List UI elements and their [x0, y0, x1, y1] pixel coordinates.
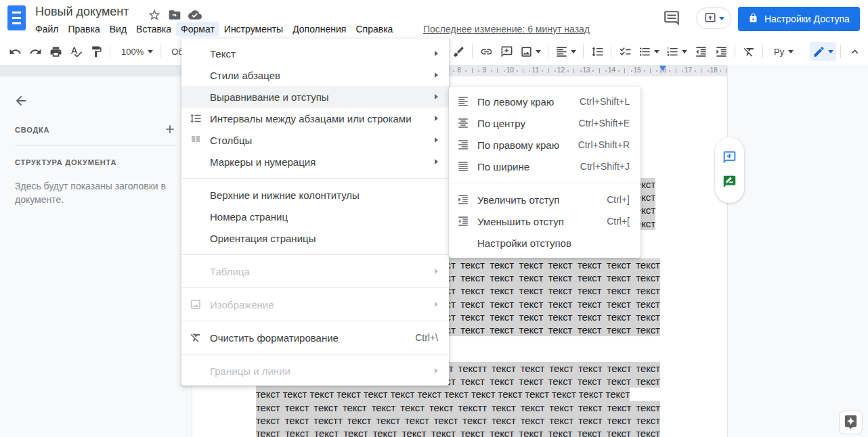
decrease-indent-button[interactable] [691, 42, 710, 61]
plus-icon [163, 122, 177, 138]
menu-item-right [427, 72, 438, 78]
chevron-down-icon [571, 50, 576, 53]
menubar-item-формат[interactable]: Формат [176, 22, 219, 37]
align-left-icon [449, 95, 477, 108]
ruler-indent-marker[interactable] [659, 66, 666, 71]
header: Новый документ ФайлПравкаВидВставкаФорма… [0, 0, 868, 39]
format-menu-item-0[interactable]: Текст [181, 43, 449, 64]
chevron-down-icon [828, 50, 833, 53]
paint-format-button[interactable] [87, 42, 106, 61]
menubar-item-правка[interactable]: Правка [63, 22, 104, 37]
spellcheck-button[interactable] [66, 42, 85, 61]
document-text-line[interactable]: текст текст текстт текст текст текст тек… [256, 414, 660, 427]
insert-link-button[interactable] [477, 42, 496, 61]
align-submenu-item-0[interactable]: По левому краюCtrl+Shift+L [449, 91, 641, 112]
document-title[interactable]: Новый документ [35, 5, 129, 19]
ruler-tick [478, 70, 479, 72]
ruler-tick [573, 68, 574, 73]
toolbar-separator [611, 45, 611, 58]
format-menu: ТекстСтили абзацевВыравнивание и отступы… [181, 39, 449, 386]
menu-item-label: Столбцы [210, 135, 252, 146]
clear-format-icon [181, 331, 210, 344]
format-menu-item-7[interactable]: Верхние и нижние колонтитулы [181, 184, 449, 206]
print-button[interactable] [46, 42, 65, 61]
format-menu-item-4[interactable]: Столбцы [181, 129, 449, 151]
increase-indent-button[interactable] [712, 42, 731, 61]
menubar-item-дополнения[interactable]: Дополнения [288, 22, 351, 37]
redo-button[interactable] [26, 42, 45, 61]
add-comment-button[interactable] [497, 42, 516, 61]
indent-decrease-icon [695, 45, 708, 58]
star-icon[interactable] [148, 8, 161, 22]
format-menu-item-8[interactable]: Номера страниц [181, 206, 449, 227]
chevron-up-icon [848, 45, 861, 58]
line-spacing-button[interactable] [588, 42, 607, 61]
numbered-list-button[interactable] [664, 42, 690, 61]
bulleted-list-button[interactable] [636, 42, 662, 61]
explore-button[interactable] [839, 411, 863, 434]
comments-history-icon[interactable] [662, 9, 681, 28]
toolbar-separator [840, 45, 841, 58]
present-icon [703, 11, 717, 26]
add-comment-icon [500, 45, 513, 58]
move-folder-icon[interactable] [168, 8, 181, 22]
menu-item-label: Интервалы между абзацами или строками [210, 113, 412, 124]
align-submenu-item-7[interactable]: Настройки отступов [449, 232, 641, 254]
ruler-tick [555, 70, 556, 72]
cloud-saved-icon[interactable] [188, 8, 202, 22]
toolbar-separator [110, 45, 110, 58]
align-submenu-item-1[interactable]: По центруCtrl+Shift+E [449, 112, 641, 134]
zoom-select[interactable]: 100% [114, 42, 156, 61]
format-menu-item-1[interactable]: Стили абзацев [181, 64, 449, 86]
add-summary-button[interactable] [162, 122, 177, 137]
misspelled-word[interactable]: текстт [313, 415, 342, 426]
align-center-icon [449, 117, 477, 129]
ruler-tick [599, 68, 600, 73]
close-outline-button[interactable] [11, 91, 31, 112]
menubar-item-инструменты[interactable]: Инструменты [219, 22, 288, 37]
menu-item-right [427, 51, 438, 56]
format-menu-item-5[interactable]: Маркеры и нумерация [181, 151, 449, 172]
ruler-tick [644, 70, 645, 72]
format-menu-item-3[interactable]: Интервалы между абзацами или строками [181, 108, 449, 129]
align-submenu-item-6[interactable]: Уменьшить отступCtrl+[ [449, 210, 641, 232]
format-menu-item-15[interactable]: Очистить форматированиеCtrl+\ [181, 327, 449, 348]
align-submenu-item-3[interactable]: По ширинеCtrl+Shift+J [449, 156, 641, 177]
ruler-number: 18 [710, 66, 717, 74]
editing-mode-select[interactable] [810, 42, 836, 61]
document-text-line[interactable]: текст текст текст текст текст текст текс… [256, 388, 630, 400]
undo-button[interactable] [5, 42, 24, 61]
add-comment-side-button[interactable] [722, 150, 738, 166]
collapse-toolbar-button[interactable] [845, 42, 864, 61]
align-select[interactable] [552, 42, 579, 61]
menubar-item-файл[interactable]: Файл [30, 22, 63, 37]
align-submenu-item-2[interactable]: По правому краюCtrl+Shift+R [449, 134, 641, 156]
present-button[interactable] [696, 7, 731, 29]
chevron-down-icon [682, 50, 687, 53]
align-submenu-item-5[interactable]: Увеличить отступCtrl+] [449, 189, 641, 210]
pen-tool-button[interactable] [449, 42, 468, 61]
menubar-item-справка[interactable]: Справка [351, 22, 397, 37]
suggest-edits-side-button[interactable] [722, 175, 738, 191]
submenu-arrow-icon [435, 368, 438, 373]
document-text-line[interactable]: текст текст текст текст текст текст текс… [256, 401, 660, 414]
format-menu-item-2[interactable]: Выравнивание и отступы [181, 86, 449, 108]
format-menu-item-9[interactable]: Ориентация страницы [181, 227, 449, 249]
insert-image-button[interactable] [517, 42, 544, 61]
clear-formatting-button[interactable] [739, 42, 758, 61]
title-actions [148, 8, 202, 22]
last-edit-link[interactable]: Последнее изменение: 6 минут назад [423, 24, 590, 34]
input-tools-select[interactable]: Ру [767, 42, 796, 61]
docs-logo[interactable] [7, 5, 26, 30]
document-text-line[interactable]: текст текст текст текст текст текст текс… [256, 427, 660, 437]
ruler-tick [624, 68, 625, 73]
share-settings-button[interactable]: Настройки Доступа [738, 7, 860, 31]
menubar-item-вставка[interactable]: Вставка [131, 22, 176, 37]
checklist-button[interactable] [615, 42, 634, 61]
input-tools-select-value: Ру [770, 47, 785, 57]
misspelled-word[interactable]: текстт [458, 402, 487, 413]
misspelled-word[interactable]: текстт [458, 363, 487, 374]
menu-item-shortcut: Ctrl+Shift+L [580, 96, 630, 107]
menu-item-right [427, 137, 438, 143]
menubar-item-вид[interactable]: Вид [105, 22, 131, 37]
